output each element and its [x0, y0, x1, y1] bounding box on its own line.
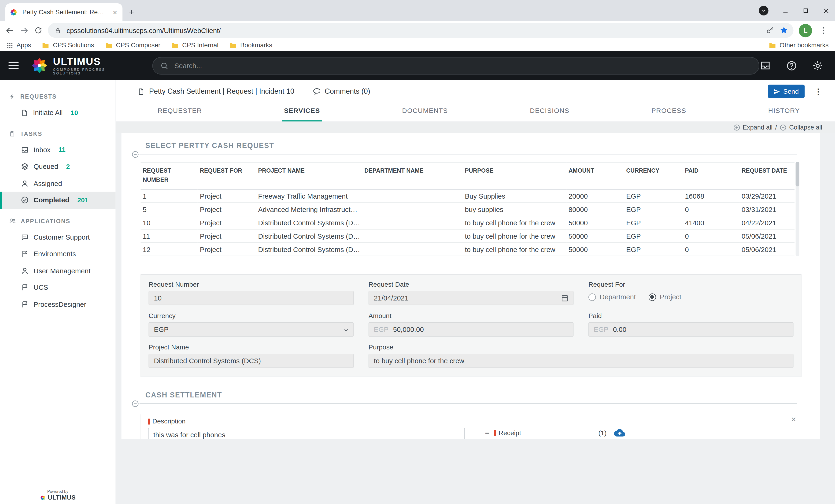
bookmark-cps-composer[interactable]: CPS Composer [105, 41, 160, 49]
person-icon [21, 179, 29, 187]
help-icon[interactable] [786, 60, 797, 71]
table-row[interactable]: 11Project Distributed Control Systems (D… [141, 229, 794, 243]
minimize-icon[interactable] [782, 7, 789, 14]
bookmark-bookmarks[interactable]: Bookmarks [229, 41, 272, 49]
bookmark-star-icon[interactable] [779, 26, 788, 35]
description-input[interactable]: this was for cell phones [148, 428, 465, 439]
project-name-label: Project Name [149, 344, 354, 351]
search-icon [160, 62, 168, 69]
sidebar-item-ucs[interactable]: UCS [0, 279, 116, 296]
hamburger-menu-icon[interactable] [8, 62, 18, 69]
collapse-all-link[interactable]: Collapse all [789, 124, 822, 131]
sidebar-item-inbox[interactable]: Inbox 11 [0, 141, 116, 158]
tab-process[interactable]: PROCESS [649, 107, 688, 121]
other-bookmarks[interactable]: Other bookmarks [769, 41, 829, 49]
service-tabs: REQUESTER SERVICES DOCUMENTS DECISIONS P… [116, 100, 835, 121]
sidebar-item-assigned[interactable]: Assigned [0, 175, 116, 192]
bookmark-cps-solutions[interactable]: CPS Solutions [42, 41, 94, 49]
request-number-field[interactable]: 10 [149, 291, 354, 305]
refresh-icon[interactable] [34, 26, 43, 35]
footer-brand: ULTIMUS [48, 494, 76, 501]
forward-icon[interactable] [20, 26, 29, 35]
bookmark-cps-internal[interactable]: CPS Internal [171, 41, 219, 49]
table-row[interactable]: 5Project Advanced Metering Infrastructur… [141, 203, 794, 216]
maximize-icon[interactable] [802, 7, 809, 14]
app-logo[interactable]: ULTIMUS COMPOSED PROCESS SOLUTIONS [30, 56, 132, 75]
clipboard-icon [9, 130, 16, 137]
sidebar-item-environments[interactable]: Environments [0, 245, 116, 262]
radio-icon[interactable] [588, 293, 596, 301]
expand-all-link[interactable]: Expand all [743, 124, 773, 131]
section-title-cash-settlement: CASH SETTLEMENT [145, 391, 820, 399]
sidebar-section-tasks: TASKS [0, 125, 116, 141]
radio-checked-icon[interactable] [649, 293, 656, 301]
required-marker [148, 419, 150, 424]
incident-doc-icon [138, 87, 145, 95]
request-for-label: Request For [588, 281, 794, 288]
powered-by-label: Powered by [0, 489, 116, 494]
folder-icon [42, 41, 49, 49]
avatar[interactable]: L [799, 24, 812, 37]
section-collapse-icon[interactable] [131, 400, 139, 407]
bookmark-label: CPS Internal [182, 41, 219, 49]
tab-documents[interactable]: DOCUMENTS [400, 107, 450, 121]
content-card: SELECT PERTTY CASH REQUEST REQUEST NUMBE… [122, 133, 820, 439]
receipt-count: (1) [598, 429, 607, 437]
comments-button[interactable]: Comments (0) [312, 87, 370, 96]
sidebar-item-initiate-all[interactable]: Initiate All 10 [0, 104, 116, 121]
sidebar-footer: Powered by ULTIMUS [0, 489, 116, 501]
table-row[interactable]: 12Project Distributed Control Systems (D… [141, 243, 794, 256]
browser-profile-icon[interactable] [759, 6, 769, 16]
app-header: ULTIMUS COMPOSED PROCESS SOLUTIONS Searc… [0, 51, 835, 80]
sidebar-item-processdesigner[interactable]: ProcessDesigner [0, 296, 116, 313]
radio-department[interactable]: Department [588, 293, 636, 301]
paid-field[interactable]: EGP 0.00 [588, 322, 794, 337]
browser-tab[interactable]: Petty Cash Settlement: Request × [5, 3, 122, 21]
folder-icon [769, 41, 776, 49]
back-icon[interactable] [5, 26, 15, 35]
request-date-field[interactable]: 21/04/2021 [369, 291, 574, 305]
amount-field[interactable]: EGP 50,000.00 [369, 322, 574, 337]
bookmark-apps[interactable]: Apps [6, 41, 31, 49]
section-collapse-icon[interactable] [131, 151, 139, 158]
table-row[interactable]: 1Project Freeway Traffic Management Buy … [141, 189, 794, 203]
more-options-icon[interactable]: ⋮ [814, 87, 822, 96]
close-icon[interactable] [823, 7, 830, 14]
tab-decisions[interactable]: DECISIONS [528, 107, 572, 121]
tab-history[interactable]: HISTORY [766, 107, 802, 121]
inbox-tray-icon[interactable] [759, 60, 771, 72]
tab-services[interactable]: SERVICES [282, 107, 322, 121]
radio-project[interactable]: Project [649, 293, 681, 301]
bookmark-label: CPS Composer [116, 41, 160, 49]
table-row[interactable]: 10Project Distributed Control Systems (D… [141, 216, 794, 229]
collapse-receipt-icon[interactable]: − [485, 429, 490, 436]
calendar-icon[interactable] [561, 294, 569, 302]
global-search-input[interactable]: Search... [152, 57, 759, 74]
remove-entry-icon[interactable]: × [791, 416, 796, 424]
sidebar-section-requests: REQUESTS [0, 88, 116, 104]
purpose-field[interactable]: to buy cell phone for the crew [369, 354, 794, 368]
sidebar-item-user-management[interactable]: User Management [0, 262, 116, 279]
receipt-label: Receipt [494, 429, 521, 437]
flag-icon [21, 250, 29, 258]
project-name-field[interactable]: Distributed Control Systems (DCS) [149, 354, 354, 368]
settings-gear-icon[interactable] [812, 60, 823, 71]
send-button[interactable]: Send [768, 85, 805, 98]
apps-grid-icon [6, 42, 13, 49]
address-bar[interactable]: cpssolutions04.ultimuscps.com/UltimusWeb… [48, 23, 794, 38]
tab-close-icon[interactable]: × [112, 8, 118, 16]
cloud-upload-icon[interactable] [614, 427, 625, 439]
sidebar-item-queued[interactable]: Queued 2 [0, 158, 116, 175]
other-bookmarks-label: Other bookmarks [779, 41, 829, 49]
key-icon[interactable] [766, 26, 774, 35]
sidebar-item-customer-support[interactable]: Customer Support [0, 229, 116, 246]
tab-requester[interactable]: REQUESTER [156, 107, 204, 121]
currency-select[interactable]: EGP [149, 322, 354, 337]
sidebar-item-completed[interactable]: Completed 201 [0, 192, 116, 209]
table-scrollbar[interactable] [796, 162, 799, 256]
collapse-all-icon[interactable] [779, 124, 787, 131]
ultimus-pinwheel-icon [30, 57, 48, 75]
expand-all-icon[interactable] [733, 124, 740, 131]
browser-menu-icon[interactable]: ⋮ [817, 25, 830, 35]
new-tab-button[interactable]: + [129, 7, 134, 18]
